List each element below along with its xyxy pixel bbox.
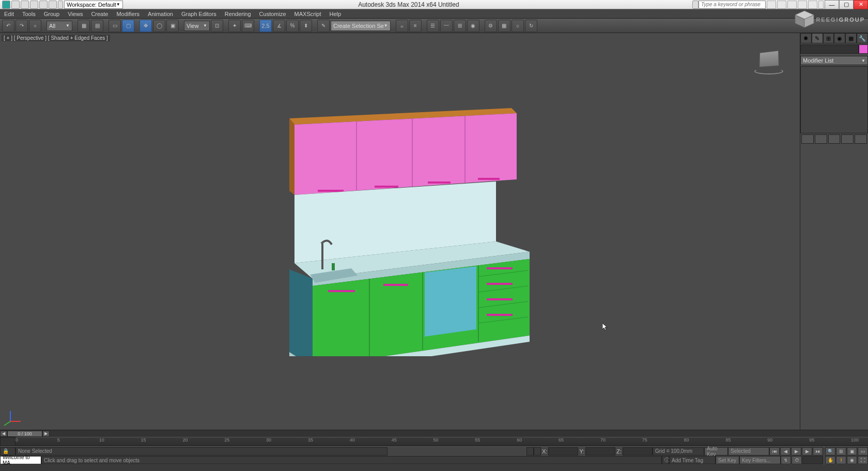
comm-center-button[interactable]: ⓘ [662,456,669,464]
app-menu-icon[interactable] [2,1,10,9]
y-input[interactable] [585,447,615,455]
redo-icon[interactable] [49,1,57,9]
mirror-button[interactable]: ⏛ [396,20,408,32]
zoom-button[interactable]: 🔍 [825,447,835,455]
layers-button[interactable]: ☰ [427,20,439,32]
viewcube-ring[interactable] [754,68,783,74]
play-button[interactable]: ▶ [791,447,801,455]
undo-button[interactable]: ↶ [2,20,14,32]
configure-sets-button[interactable] [855,134,867,144]
x-input[interactable] [548,447,578,455]
favorite-icon[interactable] [798,1,807,9]
absolute-mode-button[interactable] [526,447,534,455]
close-button[interactable]: ✕ [854,0,868,9]
render-button[interactable]: ☼ [512,20,524,32]
maximize-button[interactable]: ▢ [839,0,854,9]
autokey-button[interactable]: Auto Key [704,447,728,455]
create-tab[interactable]: ✺ [800,33,812,43]
manipulate-button[interactable]: ✦ [228,20,241,32]
prev-frame-button[interactable]: ◀ [780,447,791,455]
pan-button[interactable]: ✋ [825,456,835,464]
goto-start-button[interactable]: ⏮ [769,447,780,455]
selection-filter[interactable]: All▼ [47,21,72,31]
time-config-button[interactable]: ⏱ [792,456,802,464]
render-iterative-button[interactable]: ↻ [525,20,537,32]
menu-tools[interactable]: Tools [22,11,36,17]
snap-toggle-button[interactable]: 2.5 [259,20,272,32]
edit-named-sel-button[interactable]: ✎ [317,20,330,32]
help-dropdown-icon[interactable] [818,1,824,9]
render-setup-button[interactable]: ⚙ [485,20,497,32]
rendered-frame-button[interactable]: ▦ [498,20,510,32]
timeslider-next[interactable]: ▶ [42,431,50,437]
save-icon[interactable] [30,1,38,9]
scale-button[interactable]: ▣ [166,20,179,32]
object-color-swatch[interactable] [859,44,868,54]
minimize-button[interactable]: — [825,0,839,9]
zoom-extents-button[interactable]: ▣ [847,447,857,455]
viewcube-cube[interactable] [759,51,779,68]
viewport-geometry[interactable] [289,108,532,356]
zoom-all-button[interactable]: ⊞ [836,447,846,455]
walk-button[interactable]: 🚶 [836,456,846,464]
time-slider[interactable]: ◀ 0 / 100 ▶ [0,430,868,437]
infocenter-toggle-icon[interactable] [692,1,699,9]
hierarchy-tab[interactable]: ⊞ [823,33,834,43]
menu-edit[interactable]: Edit [4,11,14,17]
keyfilters-button[interactable]: Key Filters... [739,456,781,464]
search-icon[interactable] [767,1,776,9]
rotate-button[interactable]: ◯ [153,20,165,32]
menu-maxscript[interactable]: MAXScript [295,11,321,17]
show-end-result-button[interactable] [815,134,827,144]
rect-region-button[interactable]: ▭ [109,20,121,32]
z-input[interactable] [623,447,653,455]
named-selection-sets[interactable]: Create Selection Se▼ [331,21,391,31]
menu-create[interactable]: Create [91,11,108,17]
display-tab[interactable]: ▦ [845,33,857,43]
motion-tab[interactable]: ◉ [834,33,845,43]
subscription-icon[interactable] [777,1,786,9]
utilities-tab[interactable]: 🔧 [857,33,868,43]
material-editor-button[interactable]: ◉ [467,20,479,32]
key-mode-dropdown[interactable]: Selected [728,447,769,455]
goto-end-button[interactable]: ⏭ [813,447,823,455]
orbit-button[interactable]: ◉ [847,456,857,464]
search-input[interactable] [699,1,766,9]
object-name-input[interactable] [800,44,859,54]
select-button[interactable]: ▦ [78,20,90,32]
help-icon[interactable] [808,1,817,9]
menu-animation[interactable]: Animation [148,11,173,17]
undo-icon[interactable] [39,1,48,9]
menu-group[interactable]: Group [44,11,60,17]
timeslider-thumb[interactable]: 0 / 100 [7,431,42,437]
trackbar-toggle[interactable] [0,437,16,446]
key-mode-toggle[interactable]: ↯ [781,456,791,464]
current-frame-input[interactable] [802,456,823,464]
viewcube[interactable] [753,49,784,74]
menu-help[interactable]: Help [330,11,342,17]
timeslider-prev[interactable]: ◀ [0,431,7,437]
max-viewport-button[interactable]: ⛶ [858,456,868,464]
link-button[interactable]: ⟐ [29,20,41,32]
modifier-list-dropdown[interactable]: Modifier List▼ [800,56,868,65]
timeline-ruler[interactable]: 0510152025303540455055606570758085909510… [16,437,868,446]
open-icon[interactable] [21,1,29,9]
make-unique-button[interactable] [828,134,841,144]
move-button[interactable]: ✥ [140,20,152,32]
remove-modifier-button[interactable] [841,134,854,144]
menu-customize[interactable]: Customize [259,11,286,17]
ref-coord-system[interactable]: View▼ [184,21,210,31]
viewport-label[interactable]: [ + ] [ Perspective ] [ Shaded + Edged F… [2,35,110,41]
curve-editor-button[interactable]: 〰 [440,20,453,32]
pin-stack-button[interactable] [801,134,814,144]
zoom-region-button[interactable]: ▭ [858,447,868,455]
menu-views[interactable]: Views [68,11,83,17]
next-frame-button[interactable]: ▶ [802,447,812,455]
menu-rendering[interactable]: Rendering [225,11,251,17]
qat-dropdown-icon[interactable] [58,1,63,9]
viewport[interactable]: [ + ] [ Perspective ] [ Shaded + Edged F… [0,33,800,430]
percent-snap-button[interactable]: % [286,20,299,32]
align-button[interactable]: ≡ [409,20,422,32]
modifier-stack[interactable] [800,66,868,133]
relative-mode-button[interactable] [534,447,541,455]
